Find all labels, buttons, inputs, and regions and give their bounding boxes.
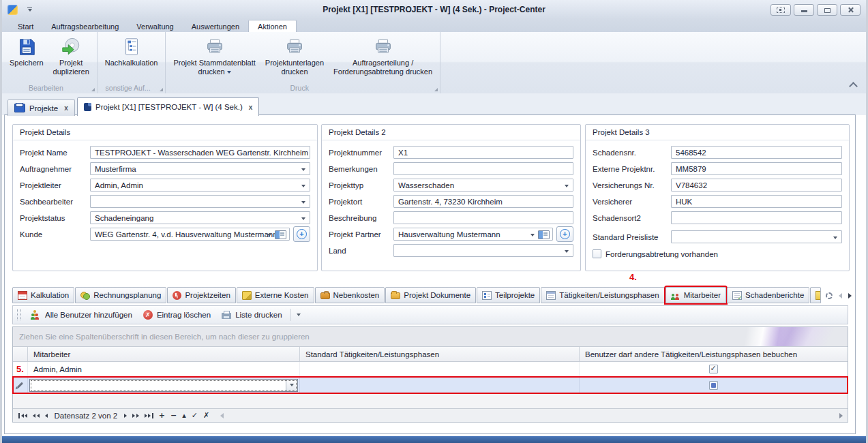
tab-projekt-dokumente[interactable]: Projekt Dokumente [385, 287, 476, 303]
projekt-duplizieren-button[interactable]: Projekt duplizieren [48, 34, 94, 77]
tab-aufmass-truncated[interactable]: Au [810, 287, 821, 303]
grid-toolbar: Alle Benutzer hinzufügen ✗ Eintrag lösch… [12, 305, 848, 324]
tab-mitarbeiter[interactable]: Mitarbeiter [665, 287, 726, 303]
externe-projektnr-input[interactable]: MM5879 [671, 162, 842, 175]
close-button[interactable] [840, 4, 860, 16]
tab-taetigkeiten-leistungsphasen[interactable]: Tätigkeiten/Leistungsphasen [541, 287, 664, 303]
nav-prev-page-button[interactable] [30, 410, 42, 421]
nav-last-button[interactable] [142, 410, 156, 421]
nav-edit-button[interactable]: ▴ [179, 411, 189, 420]
tab-projektzeiten[interactable]: Projektzeiten [167, 287, 235, 303]
nav-next-page-button[interactable] [130, 410, 142, 421]
bemerkungen-input[interactable] [393, 162, 573, 175]
projektleiter-dropdown[interactable]: Admin, Admin [90, 179, 310, 192]
gear-icon[interactable] [826, 292, 833, 299]
hscroll-left-icon[interactable] [220, 413, 224, 418]
schadensort2-input[interactable] [671, 211, 842, 224]
projektstatus-dropdown[interactable]: Schadeneingang [90, 211, 310, 224]
kunde-lookup[interactable]: WEG Gartenstr. 4, v.d. Hausverwaltung Mu… [90, 228, 290, 241]
sachbearbeiter-dropdown[interactable] [90, 195, 310, 208]
tab-kalkulation[interactable]: Kalkulation [12, 287, 74, 303]
projektnummer-input[interactable]: X1 [393, 146, 573, 159]
close-tab-icon[interactable]: x [249, 104, 253, 111]
nav-next-button[interactable] [121, 410, 130, 421]
mitarbeiter-combobox[interactable] [29, 379, 298, 392]
collapse-ribbon-icon[interactable] [849, 82, 858, 91]
column-header-benutzer-darf[interactable]: Benutzer darf andere Tätigkeiten/Leistun… [580, 347, 848, 361]
contact-card-icon[interactable] [538, 230, 550, 239]
standard-preisliste-dropdown[interactable] [671, 230, 842, 243]
contact-card-icon[interactable] [275, 230, 286, 239]
scroll-tabs-left-icon[interactable] [839, 293, 842, 299]
versicherungs-nr-input[interactable]: V784632 [671, 179, 842, 192]
hscroll-right-icon[interactable] [839, 413, 843, 418]
toolbar-overflow-button[interactable] [294, 308, 304, 322]
add-partner-button[interactable]: + [556, 226, 573, 242]
cell-mitarbeiter[interactable]: Admin, Admin [28, 362, 300, 376]
nav-post-button[interactable]: ✓ [189, 411, 200, 420]
cell-mitarbeiter-edit[interactable] [28, 377, 300, 393]
projektort-input[interactable]: Gartenstr. 4, 73230 Kirchheim [393, 195, 573, 208]
minimize-button[interactable] [794, 4, 814, 16]
fit-window-button[interactable] [770, 4, 791, 16]
group-by-panel[interactable]: Ziehen Sie eine Spaltenüberschrift in di… [13, 327, 848, 347]
tab-rechnungsplanung[interactable]: Rechnungsplanung [75, 287, 166, 303]
column-header-mitarbeiter[interactable]: Mitarbeiter [28, 347, 300, 361]
tab-schadenberichte[interactable]: Schadenberichte [727, 287, 809, 303]
column-header-standard-taetigkeiten[interactable]: Standard Tätigkeiten/Leistungsphasen [300, 347, 580, 361]
ribbon-tab-auswertungen[interactable]: Auswertungen [183, 20, 248, 32]
cell-allow-other-edit[interactable] [580, 377, 848, 393]
forderungsabtretung-checkbox[interactable] [593, 249, 601, 258]
tab-externe-kosten[interactable]: Externe Kosten [237, 287, 314, 303]
projektunterlagen-drucken-button[interactable]: Projektunterlagen drucken [260, 34, 329, 77]
allow-other-checkbox-checked[interactable] [709, 365, 718, 373]
speichern-button[interactable]: Speichern [5, 34, 48, 69]
schadensnr-input[interactable]: 5468542 [671, 146, 842, 159]
add-kunde-button[interactable]: + [293, 226, 310, 242]
projekt-partner-lookup[interactable]: Hausverwaltung Mustermann [393, 228, 553, 241]
nachkalkulation-button[interactable]: Nachkalkulation [100, 34, 163, 69]
dialog-launcher-icon[interactable] [434, 88, 438, 91]
auftragserteilung-drucken-button[interactable]: Auftragserteilung / Forderungsabtretung … [329, 34, 437, 77]
nav-first-button[interactable] [16, 410, 30, 421]
cell-standard-edit[interactable] [300, 377, 580, 393]
stammdatenblatt-drucken-button[interactable]: Projekt Stammdatenblatt drucken [168, 34, 260, 77]
nav-prev-button[interactable] [42, 410, 50, 421]
versicherer-input[interactable]: HUK [671, 195, 842, 208]
grid-edit-row[interactable] [13, 377, 848, 393]
alle-benutzer-hinzufuegen-button[interactable]: Alle Benutzer hinzufügen [25, 309, 138, 322]
nav-cancel-button[interactable]: ✗ [200, 411, 212, 420]
toolbar-grip[interactable] [17, 309, 21, 320]
dialog-launcher-icon[interactable] [160, 88, 163, 91]
restore-button[interactable] [817, 4, 837, 16]
ribbon-tab-start[interactable]: Start [9, 20, 42, 32]
combobox-dropdown-button[interactable] [286, 380, 297, 391]
cell-standard-taetigkeiten[interactable] [300, 362, 580, 376]
projekt-name-input[interactable]: TESTPROJEKT - Wasserschaden WEG Gartenst… [90, 146, 310, 159]
row-indicator: 5. [13, 362, 28, 376]
land-dropdown[interactable] [393, 244, 573, 257]
delete-entry-icon: ✗ [143, 310, 153, 320]
projekttyp-dropdown[interactable]: Wasserschaden [393, 179, 573, 192]
project-times-icon [173, 291, 181, 300]
tab-nebenkosten[interactable]: Nebenkosten [315, 287, 385, 303]
ribbon-tab-auftragsbearbeitung[interactable]: Auftragsbearbeitung [42, 20, 128, 32]
nav-append-button[interactable]: + [156, 411, 168, 420]
doc-tab-projekt-x1[interactable]: Projekt [X1] [TESTPROJEKT - W] (4 Sek.) … [77, 97, 259, 116]
ribbon-tab-aktionen[interactable]: Aktionen [248, 20, 297, 32]
doc-tab-projekte[interactable]: Projekte x [8, 100, 75, 116]
nav-delete-button[interactable]: − [168, 411, 179, 420]
beschreibung-input[interactable] [393, 211, 573, 224]
grid-row-admin[interactable]: 5. Admin, Admin [13, 362, 848, 377]
tab-teilprojekte[interactable]: Teilprojekte [477, 287, 540, 303]
dialog-launcher-icon[interactable] [91, 88, 95, 91]
allow-other-checkbox-indeterminate[interactable] [709, 381, 718, 390]
auftragnehmer-dropdown[interactable]: Musterfirma [90, 162, 310, 175]
projects-icon [14, 104, 25, 112]
close-tab-icon[interactable]: x [64, 104, 68, 112]
eintrag-loeschen-button[interactable]: ✗ Eintrag löschen [138, 308, 216, 322]
ribbon-tab-verwaltung[interactable]: Verwaltung [128, 20, 182, 32]
scroll-tabs-right-icon[interactable] [848, 293, 852, 299]
cell-allow-other[interactable] [580, 362, 848, 376]
liste-drucken-button[interactable]: Liste drucken [216, 309, 287, 321]
